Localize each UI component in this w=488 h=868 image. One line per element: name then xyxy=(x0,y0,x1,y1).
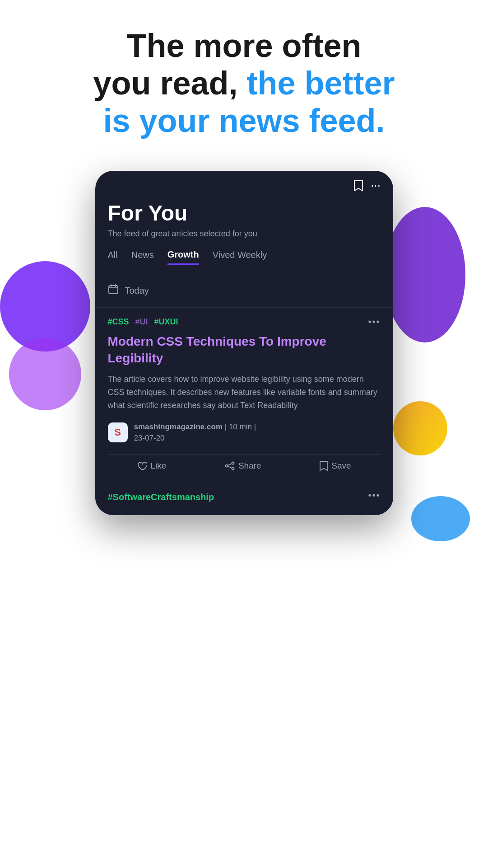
source-name: smashingmagazine.com | 10 min | xyxy=(134,421,256,433)
source-info: smashingmagazine.com | 10 min | 23-07-20 xyxy=(134,421,256,444)
source-separator2: | xyxy=(254,422,256,431)
blob-yellow xyxy=(393,401,447,455)
article-actions: Like Share Save xyxy=(108,454,381,473)
phone-top-bar: ⋯ xyxy=(95,171,393,196)
hero-section: The more often you read, the better is y… xyxy=(0,0,488,157)
blob-purple-left xyxy=(0,261,90,352)
hero-line2-normal: you read, xyxy=(93,65,237,101)
today-label: Today xyxy=(125,286,149,296)
source-separator: | xyxy=(225,422,229,431)
svg-point-2 xyxy=(225,464,228,467)
svg-rect-0 xyxy=(109,286,118,294)
source-logo-letter: S xyxy=(114,427,121,438)
next-article-preview: ••• #SoftwareCraftsmanship xyxy=(95,482,393,515)
tabs-row: All News Growth Vived Weekly xyxy=(108,249,381,265)
bookmark-button[interactable] xyxy=(353,180,363,192)
bookmark-icon xyxy=(353,180,363,192)
next-article-more-button[interactable]: ••• xyxy=(368,490,380,501)
more-icon: ⋯ xyxy=(371,180,381,192)
more-button[interactable]: ⋯ xyxy=(371,180,381,192)
blob-purple-mid xyxy=(9,338,81,410)
phone-wrapper: ⋯ For You The feed of great articles sel… xyxy=(0,171,488,533)
tab-growth[interactable]: Growth xyxy=(167,249,199,265)
tab-all[interactable]: All xyxy=(108,250,118,265)
article-card: #CSS #UI #UXUI ••• Modern CSS Techniques… xyxy=(95,307,393,481)
article-meta: S smashingmagazine.com | 10 min | 23-07-… xyxy=(108,421,381,444)
blob-purple-right xyxy=(384,207,465,343)
hero-highlight: the better xyxy=(247,65,395,101)
page-title-section: For You The feed of great articles selec… xyxy=(95,196,393,274)
svg-point-3 xyxy=(232,467,234,469)
like-button[interactable]: Like xyxy=(137,461,166,471)
tag-uxui[interactable]: #UXUI xyxy=(154,317,178,327)
svg-point-1 xyxy=(232,462,234,464)
page-title: For You xyxy=(108,201,381,225)
article-title[interactable]: Modern CSS Techniques To Improve Legibil… xyxy=(108,333,381,366)
page-subtitle: The feed of great articles selected for … xyxy=(108,229,381,239)
tag-css[interactable]: #CSS xyxy=(108,317,129,327)
blob-blue xyxy=(411,496,470,541)
next-article-tag[interactable]: #SoftwareCraftsmanship xyxy=(108,492,381,502)
article-description: The article covers how to improve websit… xyxy=(108,373,381,412)
article-date: 23-07-20 xyxy=(134,432,256,444)
like-label: Like xyxy=(150,461,166,471)
hero-line3: is your news feed. xyxy=(103,103,385,139)
today-section: Today xyxy=(95,274,393,307)
read-time: 10 min xyxy=(229,422,252,431)
share-icon xyxy=(225,461,235,470)
tab-vived-weekly[interactable]: Vived Weekly xyxy=(213,250,267,265)
save-button[interactable]: Save xyxy=(320,461,351,471)
article-tags: #CSS #UI #UXUI ••• xyxy=(108,317,381,327)
hero-title: The more often you read, the better is y… xyxy=(18,27,470,139)
heart-icon xyxy=(137,461,147,470)
save-label: Save xyxy=(331,461,351,471)
hero-line1: The more often xyxy=(126,28,361,64)
article-more-button[interactable]: ••• xyxy=(368,317,380,327)
calendar-icon xyxy=(108,284,119,297)
save-icon xyxy=(320,461,328,471)
phone-card: ⋯ For You The feed of great articles sel… xyxy=(95,171,393,515)
tag-ui[interactable]: #UI xyxy=(135,317,148,327)
source-logo: S xyxy=(108,422,128,442)
share-label: Share xyxy=(238,461,261,471)
tab-news[interactable]: News xyxy=(131,250,154,265)
share-button[interactable]: Share xyxy=(225,461,261,471)
